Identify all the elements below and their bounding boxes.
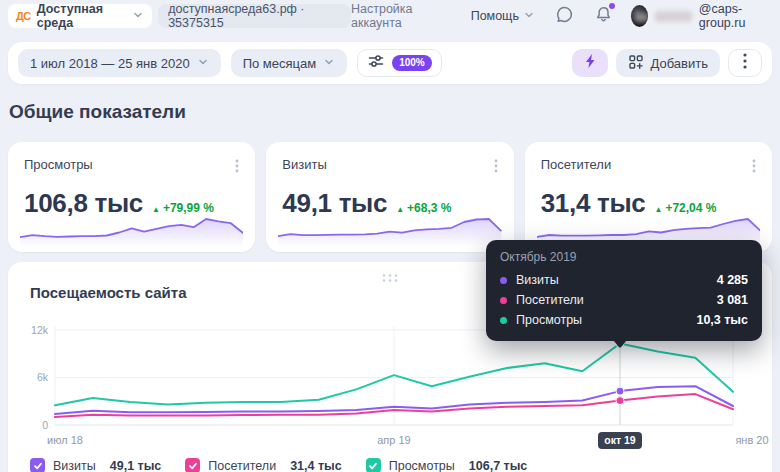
chevron-down-icon — [323, 56, 335, 71]
metrica-dashboard: ДС Доступная среда доступнаясреда63.рф ·… — [0, 0, 780, 472]
legend-label: Визиты — [53, 459, 96, 472]
notifications-button[interactable] — [594, 5, 613, 28]
tooltip-row: Визиты 4 285 — [500, 270, 748, 290]
legend-item-visits[interactable]: Визиты 49,1 тыс — [30, 458, 161, 472]
date-range-button[interactable]: 1 июл 2018 — 25 янв 2020 — [18, 49, 221, 77]
counter-switcher[interactable]: ДС Доступная среда — [8, 4, 152, 28]
notification-dot — [609, 3, 615, 9]
metric-title: Визиты — [282, 157, 326, 172]
chevron-down-icon — [197, 56, 209, 71]
widgets-grid-icon — [628, 54, 644, 73]
add-widget-label: Добавить — [651, 56, 708, 71]
sparkline — [20, 213, 243, 247]
user-email: @caps-group.ru — [699, 2, 770, 30]
masked-username — [655, 11, 691, 22]
metric-title: Просмотры — [24, 157, 93, 172]
kebab-icon[interactable] — [492, 157, 500, 179]
chat-icon — [555, 5, 574, 28]
counter-name: Доступная среда — [37, 2, 126, 30]
series-dot-visitors — [500, 297, 507, 304]
metrics-row: Просмотры 106,8 тыс ▲+79,99 % Визиты 49,… — [8, 142, 772, 252]
tooltip-title: Октябрь 2019 — [500, 250, 748, 264]
counter-domain-id: доступнаясреда63.рф · 35375315 — [158, 4, 351, 28]
date-range-label: 1 июл 2018 — 25 янв 2020 — [30, 56, 190, 71]
tooltip-value: 3 081 — [717, 293, 748, 307]
tooltip-label: Посетители — [516, 293, 584, 307]
legend-label: Посетители — [208, 459, 276, 472]
tooltip-label: Просмотры — [516, 313, 582, 327]
checkbox-visitors[interactable] — [185, 458, 200, 472]
tooltip-value: 4 285 — [717, 273, 748, 287]
tooltip-value: 10,3 тыс — [696, 313, 748, 327]
chevron-down-icon — [523, 9, 535, 24]
topbar-right: Настройка аккаунта Помощь @caps-group.ru — [351, 2, 770, 30]
counter-favicon: ДС — [16, 10, 31, 22]
tooltip-row: Посетители 3 081 — [500, 290, 748, 310]
svg-text:12k: 12k — [31, 324, 49, 336]
legend-label: Просмотры — [389, 459, 455, 472]
metric-card-views: Просмотры 106,8 тыс ▲+79,99 % — [8, 142, 255, 252]
legend-value: 31,4 тыс — [290, 459, 342, 472]
granularity-button[interactable]: По месяцам — [231, 49, 348, 77]
metric-title: Посетители — [541, 157, 612, 172]
checkbox-views[interactable] — [366, 458, 381, 472]
toolbar: 1 июл 2018 — 25 янв 2020 По месяцам 100%… — [8, 42, 772, 84]
help-label: Помощь — [471, 9, 519, 23]
counter-info-text: доступнаясреда63.рф · 35375315 — [168, 2, 341, 30]
avatar — [631, 5, 648, 27]
series-dot-visits — [500, 277, 507, 284]
help-menu[interactable]: Помощь — [471, 9, 535, 24]
svg-text:июл 18: июл 18 — [47, 434, 83, 446]
kebab-icon[interactable] — [233, 157, 241, 179]
assistant-button[interactable] — [572, 49, 608, 77]
sliders-icon — [367, 52, 385, 74]
chart-tooltip: Октябрь 2019 Визиты 4 285 Посетители 3 0… — [486, 240, 762, 341]
svg-text:0: 0 — [42, 419, 48, 431]
chevron-down-icon — [132, 7, 144, 25]
series-dot-views — [500, 317, 507, 324]
chat-button[interactable] — [555, 5, 574, 28]
kebab-icon[interactable] — [750, 157, 758, 179]
svg-text:апр 19: апр 19 — [377, 434, 410, 446]
account-settings-link[interactable]: Настройка аккаунта — [351, 2, 445, 30]
lightning-icon — [583, 53, 597, 73]
metric-card-visits: Визиты 49,1 тыс ▲+68,3 % — [266, 142, 513, 252]
legend-value: 106,7 тыс — [469, 459, 528, 472]
sparkline — [278, 213, 501, 247]
svg-text:6k: 6k — [37, 371, 49, 383]
topbar: ДС Доступная среда доступнаясреда63.рф ·… — [0, 0, 780, 32]
more-menu-button[interactable] — [728, 49, 762, 77]
sampling-badge: 100% — [392, 55, 432, 71]
legend-item-visitors[interactable]: Посетители 31,4 тыс — [185, 458, 341, 472]
svg-text:янв 20: янв 20 — [735, 434, 768, 446]
kebab-icon — [743, 53, 747, 73]
sampling-button[interactable]: 100% — [357, 49, 442, 77]
svg-text:окт 19: окт 19 — [604, 434, 636, 446]
granularity-label: По месяцам — [243, 56, 317, 71]
page-title: Общие показатели — [9, 101, 186, 123]
checkbox-visits[interactable] — [30, 458, 45, 472]
metric-card-visitors: Посетители 31,4 тыс ▲+72,04 % — [525, 142, 772, 252]
chart-legend: Визиты 49,1 тыс Посетители 31,4 тыс Прос… — [30, 458, 527, 472]
account-menu[interactable]: @caps-group.ru — [631, 2, 770, 30]
tooltip-row: Просмотры 10,3 тыс — [500, 310, 748, 330]
legend-item-views[interactable]: Просмотры 106,7 тыс — [366, 458, 528, 472]
tooltip-label: Визиты — [516, 273, 559, 287]
add-widget-button[interactable]: Добавить — [616, 49, 720, 77]
toolbar-right: Добавить — [572, 49, 762, 77]
legend-value: 49,1 тыс — [110, 459, 162, 472]
